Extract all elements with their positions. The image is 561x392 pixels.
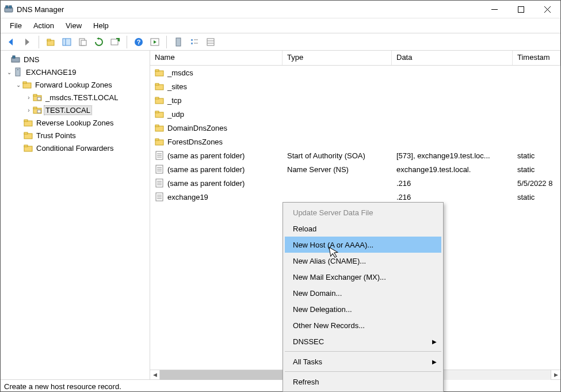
tree-node-rlz[interactable]: Reverse Lookup Zones [2, 116, 148, 129]
record-icon [155, 192, 164, 201]
ctx-other-records[interactable]: Other New Records... [285, 317, 441, 333]
ctx-new-mx[interactable]: New Mail Exchanger (MX)... [285, 269, 441, 285]
details-view-button[interactable] [204, 35, 217, 49]
cell-data: .216 [392, 193, 513, 201]
cell-name: exchange19 [150, 192, 283, 201]
tree-node-testlocal[interactable]: › TEST.LOCAL [2, 104, 148, 116]
tree-node-server[interactable]: ⌄ EXCHANGE19 [2, 66, 148, 78]
column-type[interactable]: Type [283, 51, 392, 65]
list-row[interactable]: _udp [150, 107, 560, 121]
list-view-button[interactable] [188, 35, 201, 49]
cell-timestamp: static [513, 165, 560, 174]
list-row[interactable]: _msdcs [150, 66, 560, 79]
list-row[interactable]: _sites [150, 79, 560, 93]
help-button[interactable]: ? [132, 35, 146, 49]
row-name-text: _msdcs [167, 68, 193, 77]
list-row[interactable]: _tcp [150, 93, 560, 107]
ctx-update-server-data[interactable]: Update Server Data File [285, 204, 441, 220]
back-button[interactable] [4, 35, 18, 49]
cell-name: ForestDnsZones [150, 137, 283, 146]
row-name-text: _sites [167, 82, 187, 91]
row-name-text: exchange19 [167, 193, 208, 201]
show-hide-button[interactable] [60, 35, 74, 49]
refresh-button[interactable] [92, 35, 106, 49]
maximize-button[interactable] [507, 1, 534, 18]
ctx-separator [285, 351, 441, 352]
menu-action[interactable]: Action [28, 18, 60, 33]
tree-node-msdcs[interactable]: › _msdcs.TEST.LOCAL [2, 91, 148, 104]
titlebar: DNS Manager [1, 1, 560, 18]
ctx-new-alias[interactable]: New Alias (CNAME)... [285, 253, 441, 269]
svg-rect-46 [155, 83, 159, 85]
zone-icon [33, 105, 42, 115]
column-data[interactable]: Data [392, 51, 513, 65]
dns-manager-window: DNS Manager File Action View Help ? [0, 0, 561, 392]
record-icon [155, 151, 164, 160]
menu-file[interactable]: File [4, 18, 28, 33]
cell-timestamp: static [513, 193, 560, 201]
forward-button[interactable] [20, 35, 34, 49]
cell-data: .216 [392, 179, 513, 188]
cell-name: _msdcs [150, 68, 283, 77]
svg-rect-2 [9, 6, 12, 8]
cell-name: (same as parent folder) [150, 151, 283, 160]
expander-icon[interactable]: › [25, 107, 33, 113]
cell-name: (same as parent folder) [150, 178, 283, 188]
minimize-button[interactable] [481, 1, 507, 18]
play-button[interactable] [148, 35, 162, 49]
svg-rect-26 [13, 56, 15, 58]
svg-text:?: ? [137, 39, 141, 45]
list-row[interactable]: ForestDnsZones [150, 135, 560, 149]
scroll-right-button[interactable]: ▶ [551, 370, 560, 380]
svg-rect-42 [24, 145, 28, 147]
tree-node-cond[interactable]: Conditional Forwarders [2, 142, 148, 154]
properties-button[interactable] [171, 35, 185, 49]
server-icon [13, 67, 22, 77]
ctx-new-host[interactable]: New Host (A or AAAA)... [285, 237, 441, 253]
column-timestamp[interactable]: Timestam [513, 51, 560, 65]
dns-root-icon [11, 55, 20, 64]
tree-node-flz[interactable]: ⌄ Forward Lookup Zones [2, 78, 148, 91]
expander-icon[interactable]: › [25, 94, 33, 101]
cell-type: Name Server (NS) [283, 165, 392, 174]
ctx-all-tasks[interactable]: All Tasks▶ [285, 353, 441, 370]
tree-node-trust[interactable]: Trust Points [2, 129, 148, 142]
up-button[interactable] [44, 35, 58, 49]
new-window-button[interactable] [108, 35, 122, 49]
ctx-new-delegation[interactable]: New Delegation... [285, 301, 441, 317]
folder-icon [155, 82, 164, 91]
ctx-reload[interactable]: Reload [285, 220, 441, 237]
tree-node-dns[interactable]: DNS [2, 53, 148, 66]
folder-icon [155, 109, 164, 119]
context-menu[interactable]: Update Server Data File Reload New Host … [283, 202, 444, 392]
export-button[interactable] [76, 35, 90, 49]
scroll-left-button[interactable]: ◀ [150, 370, 160, 380]
menubar: File Action View Help [1, 18, 560, 33]
svg-rect-38 [24, 120, 28, 121]
status-text: Create a new host resource record. [4, 382, 121, 391]
record-icon [155, 178, 164, 188]
tree-label: Reverse Lookup Zones [35, 119, 115, 127]
list-row[interactable]: (same as parent folder).2165/5/2022 8 [150, 176, 560, 190]
ctx-refresh[interactable]: Refresh [285, 374, 441, 390]
list-row[interactable]: (same as parent folder)Name Server (NS)e… [150, 162, 560, 176]
svg-rect-13 [111, 39, 118, 45]
ctx-dnssec[interactable]: DNSSEC▶ [285, 333, 441, 349]
svg-rect-17 [176, 38, 181, 46]
expander-icon[interactable]: ⌄ [5, 69, 13, 75]
scope-tree[interactable]: DNS ⌄ EXCHANGE19 ⌄ Forward Lookup Zones … [1, 51, 150, 379]
scroll-thumb[interactable] [160, 370, 287, 380]
svg-rect-44 [155, 70, 159, 71]
ctx-new-domain[interactable]: New Domain... [285, 285, 441, 301]
cell-name: _sites [150, 82, 283, 91]
list-row[interactable]: (same as parent folder)Start of Authorit… [150, 149, 560, 162]
list-row[interactable]: DomainDnsZones [150, 121, 560, 135]
close-button[interactable] [534, 1, 560, 18]
menu-view[interactable]: View [60, 18, 87, 33]
svg-rect-40 [24, 132, 28, 134]
menu-help[interactable]: Help [87, 18, 115, 33]
folder-icon [24, 131, 33, 140]
expander-icon[interactable]: ⌄ [14, 82, 22, 88]
row-name-text: _udp [167, 110, 184, 119]
column-name[interactable]: Name [150, 51, 283, 65]
